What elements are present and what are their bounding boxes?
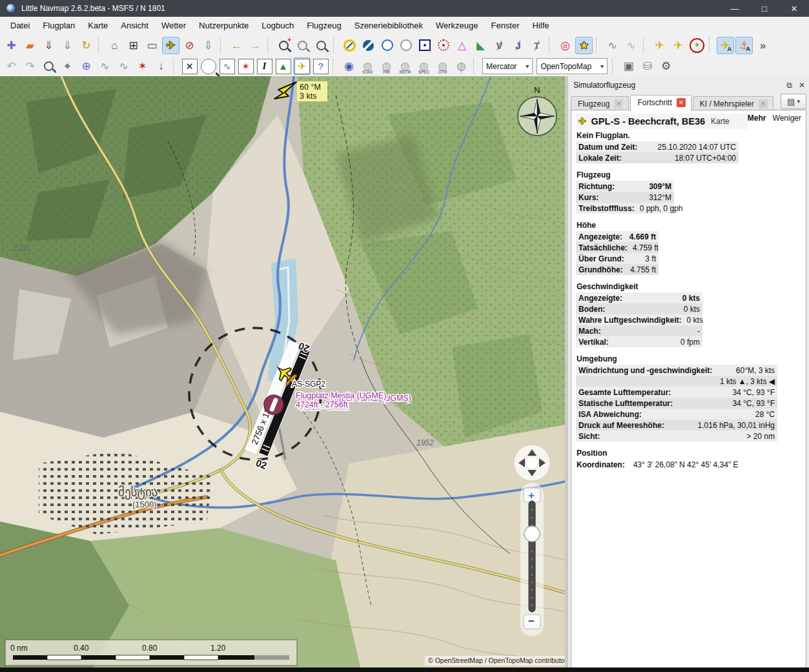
show-ndb-dotted-toggle[interactable] <box>435 37 452 54</box>
reload-flightplan-button[interactable]: ↻ <box>77 37 95 54</box>
edit-route-button[interactable]: ∿ <box>604 37 621 54</box>
new-flightplan-button[interactable]: ✚ <box>3 37 20 54</box>
panel-title-bar[interactable]: Simulatorflugzeug ⧉ ✕ <box>568 76 809 93</box>
undo-button[interactable]: ↶ <box>3 57 20 75</box>
magic-route-button[interactable]: ✶ <box>134 57 151 75</box>
show-jet-airways-toggle[interactable]: J <box>509 37 527 54</box>
map-canvas[interactable]: 2756 x 138 ft 20 02 4731ft - 3000ft Quee… <box>0 76 565 672</box>
tab-close-icon[interactable]: ✕ <box>614 99 623 108</box>
airspace-restricted-toggle[interactable]: ◍RSTR <box>396 57 414 75</box>
center-aircraft-button[interactable]: ✈ <box>162 37 179 54</box>
show-vor-toggle[interactable] <box>341 37 358 54</box>
menu-flugzeug[interactable]: Flugzeug <box>300 18 347 33</box>
menu-hilfe[interactable]: Hilfe <box>526 18 556 33</box>
map-zoom-button[interactable] <box>40 57 57 75</box>
menu-karte[interactable]: Karte <box>81 18 114 33</box>
mapstyle-select[interactable]: OpenTopoMap▾ <box>537 58 608 74</box>
airport-symbol[interactable] <box>264 395 283 414</box>
show-waypoint-box-toggle[interactable] <box>416 37 433 54</box>
zoom-in-details-button[interactable]: + <box>275 37 292 54</box>
delete-trail-button[interactable]: ✈ <box>688 37 706 54</box>
tab-fortschritt[interactable]: Fortschritt✕ <box>630 95 691 111</box>
airspace-master-toggle[interactable]: ◉ <box>340 57 358 75</box>
descent-path-button[interactable]: ↓ <box>152 57 170 75</box>
open-flightplan-button[interactable]: ▰ <box>21 37 39 54</box>
map-attribution[interactable]: © OpenStreetMap / OpenTopoMap contributo… <box>428 657 565 664</box>
menu-logbuch[interactable]: Logbuch <box>255 18 300 33</box>
show-waypoint-toggle[interactable]: △ <box>453 37 471 54</box>
show-ai-aircraft-button[interactable]: ✈A <box>717 37 734 54</box>
add-userpoint-button[interactable]: ◎ <box>557 37 574 54</box>
copy-to-clipboard-button[interactable]: ▤▾ <box>781 94 806 109</box>
edit-route-leg-button[interactable]: ∿ <box>115 57 132 75</box>
tab-ki-mehrspieler[interactable]: KI / Mehrspieler✕ <box>693 96 773 111</box>
more-link[interactable]: Mehr <box>748 114 766 123</box>
zoom-normal-button[interactable] <box>294 37 311 54</box>
no-center-aircraft-button[interactable]: ⊘ <box>181 37 198 54</box>
edit-procedure-button[interactable]: ∿ <box>622 37 640 54</box>
airspace-altitude-toggle[interactable]: ◍↕ <box>453 57 470 75</box>
measure-distance-button[interactable]: ⌖ <box>59 57 76 75</box>
save-flightplan-button[interactable]: ⇓ <box>40 37 57 54</box>
wand-box-button[interactable]: ✶ <box>237 57 254 75</box>
tab-close-icon[interactable]: ✕ <box>677 98 686 107</box>
less-link[interactable]: Weniger <box>773 114 801 123</box>
fit-window-button[interactable]: ✕ <box>181 57 198 75</box>
options-button[interactable]: ⚙ <box>657 57 675 75</box>
menu-szeneriebibliothek[interactable]: Szeneriebibliothek <box>348 18 429 33</box>
copy-map-image-button[interactable]: ▣ <box>620 57 637 75</box>
show-ils-toggle[interactable]: ◣ <box>472 37 489 54</box>
show-ai-ships-button[interactable]: ⚓A <box>735 37 753 54</box>
move-route-leg-button[interactable]: ∿ <box>96 57 114 75</box>
zoom-slider-handle[interactable] <box>524 526 540 542</box>
map-zoom-slider[interactable]: + − <box>520 483 544 636</box>
projection-select[interactable]: Mercator▾ <box>482 58 533 74</box>
menu-ansicht[interactable]: Ansicht <box>114 18 155 33</box>
aircraft-trail-dotted-button[interactable]: ✈ <box>670 37 687 54</box>
add-route-position-button[interactable]: ⊕ <box>77 57 95 75</box>
minimize-button[interactable]: — <box>720 0 750 17</box>
zoom-default-button[interactable] <box>312 37 330 54</box>
map-back-button[interactable]: ← <box>228 37 245 54</box>
center-flightplan-button[interactable]: ⊞ <box>125 37 142 54</box>
map-pan-control[interactable] <box>514 445 550 481</box>
approach-center-button[interactable]: ⇩ <box>200 37 217 54</box>
tab-flugzeug[interactable]: Flugzeug✕ <box>571 96 629 111</box>
menu-wetter[interactable]: Wetter <box>155 18 192 33</box>
route-box-button[interactable]: ∿ <box>218 57 236 75</box>
close-panel-icon[interactable]: ✕ <box>799 81 805 90</box>
airspace-other-toggle[interactable]: ◍OTR <box>434 57 451 75</box>
aircraft-trail-button[interactable]: ✈ <box>651 37 668 54</box>
close-button[interactable]: ✕ <box>779 0 809 17</box>
search-logbook-button[interactable]: ★ <box>575 37 593 54</box>
menu-werkzeuge[interactable]: Werkzeuge <box>429 18 485 33</box>
center-rect-button[interactable]: ▭ <box>143 37 161 54</box>
zoom-box-button[interactable] <box>200 57 217 75</box>
airspace-fir-toggle[interactable]: ◍FIR <box>378 57 395 75</box>
menu-fenster[interactable]: Fenster <box>484 18 526 33</box>
map-legend-button[interactable]: ? <box>312 57 329 75</box>
show-victor-airways-toggle[interactable]: V <box>491 37 508 54</box>
maximize-button[interactable]: □ <box>750 0 779 17</box>
show-ndb-toggle[interactable] <box>378 37 396 54</box>
redo-button[interactable]: ↷ <box>21 57 39 75</box>
database-button[interactable]: ⛁ <box>639 57 656 75</box>
airspace-icao-toggle[interactable]: ◍ICAO <box>359 57 376 75</box>
info-click-button[interactable]: I <box>256 57 273 75</box>
addon-scenery-label[interactable]: AS-SGP2 <box>292 380 325 389</box>
show-airport-toggle[interactable] <box>397 37 415 54</box>
map-forward-button[interactable]: → <box>247 37 264 54</box>
show-tracks-toggle[interactable]: T <box>528 37 546 54</box>
airport1-name-label[interactable]: Flugplatz Mestia (UGME) <box>296 391 386 400</box>
home-view-button[interactable]: ⌂ <box>106 37 123 54</box>
toolbar-overflow-chevron[interactable]: » <box>754 37 772 54</box>
menu-datei[interactable]: Datei <box>4 18 36 33</box>
menu-nutzerpunkte[interactable]: Nutzerpunkte <box>192 18 255 33</box>
terrain-elevation-button[interactable]: ▲ <box>274 57 292 75</box>
show-vordme-toggle[interactable] <box>360 37 377 54</box>
map-link[interactable]: Karte <box>711 117 730 126</box>
save-flightplan-as-button[interactable]: ⇓ <box>59 37 76 54</box>
airspace-special-toggle[interactable]: ◍SPEC <box>415 57 433 75</box>
float-panel-icon[interactable]: ⧉ <box>786 81 792 90</box>
show-aircraft-info-button[interactable]: ✈ <box>293 57 311 75</box>
